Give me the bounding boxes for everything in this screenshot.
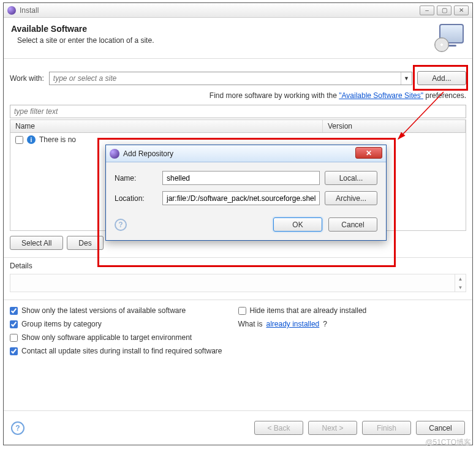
window-controls: – ▢ ✕	[420, 6, 469, 15]
separator-2	[4, 300, 472, 300]
dialog-close-button[interactable]: ✕	[355, 147, 382, 159]
eclipse-icon	[110, 149, 119, 159]
column-version[interactable]: Version	[323, 120, 466, 132]
add-repository-dialog: Add Repository ✕ Name: Local... Location…	[105, 145, 387, 241]
chevron-down-icon[interactable]: ▼	[401, 72, 412, 85]
dialog-cancel-button[interactable]: Cancel	[328, 217, 377, 232]
work-with-input[interactable]	[50, 74, 401, 83]
separator	[4, 257, 472, 258]
watermark: @51CTO博客	[425, 437, 471, 448]
opt-hide-installed[interactable]: Hide items that are already installed	[238, 306, 467, 315]
eclipse-icon	[7, 6, 16, 15]
close-window-button[interactable]: ✕	[454, 6, 469, 15]
select-all-button[interactable]: Select All	[10, 236, 63, 250]
opt-group-category[interactable]: Group items by category	[10, 320, 238, 328]
install-icon	[434, 24, 465, 51]
archive-button[interactable]: Archive...	[325, 191, 377, 205]
already-installed-line: What is already installed?	[238, 320, 467, 328]
opt-applicable-label: Show only software applicable to target …	[21, 333, 192, 342]
details-spinner[interactable]: ▲▼	[455, 274, 466, 292]
opt-hide-installed-label: Hide items that are already installed	[250, 306, 367, 315]
location-label: Location:	[115, 194, 157, 203]
work-with-row: Work with: ▼ Add...	[10, 71, 466, 85]
location-input[interactable]	[162, 191, 320, 205]
opt-applicable[interactable]: Show only software applicable to target …	[10, 333, 238, 342]
name-label: Name:	[115, 174, 157, 183]
next-button[interactable]: Next >	[308, 421, 357, 435]
options-grid: Show only the latest versions of availab…	[10, 306, 466, 355]
available-sites-link[interactable]: "Available Software Sites"	[339, 91, 423, 100]
dialog-footer: ? OK Cancel	[106, 217, 386, 240]
wizard-footer: ? < Back Next > Finish Cancel	[4, 410, 472, 445]
opt-contact-sites-checkbox[interactable]	[10, 347, 18, 355]
finish-button[interactable]: Finish	[362, 421, 411, 435]
opt-group-category-checkbox[interactable]	[10, 320, 18, 328]
opt-contact-sites-label: Contact all update sites during install …	[21, 347, 222, 355]
hint-line: Find more software by working with the "…	[10, 91, 466, 100]
add-button[interactable]: Add...	[417, 71, 466, 85]
name-input[interactable]	[162, 171, 320, 185]
details-label: Details	[10, 262, 466, 270]
dialog-title: Add Repository	[123, 149, 355, 158]
banner: Available Software Select a site or ente…	[4, 18, 472, 59]
column-name[interactable]: Name	[10, 120, 323, 132]
banner-subtitle: Select a site or enter the location of a…	[11, 36, 429, 45]
title-bar: Install – ▢ ✕	[4, 3, 472, 18]
opt-contact-sites[interactable]: Contact all update sites during install …	[10, 347, 466, 355]
dialog-title-bar: Add Repository ✕	[106, 145, 386, 162]
dialog-body: Name: Local... Location: Archive...	[106, 162, 386, 217]
already-installed-prefix: What is	[238, 320, 263, 328]
hint-prefix: Find more software by working with the	[210, 91, 339, 100]
already-installed-link[interactable]: already installed	[266, 320, 320, 328]
help-icon[interactable]: ?	[11, 421, 25, 435]
work-with-label: Work with:	[10, 74, 44, 83]
row-text: There is no	[39, 135, 76, 144]
local-button[interactable]: Local...	[325, 171, 377, 185]
work-with-combo[interactable]: ▼	[49, 72, 412, 85]
ok-button[interactable]: OK	[273, 217, 322, 232]
name-row: Name: Local...	[115, 171, 377, 185]
opt-latest-versions-checkbox[interactable]	[10, 307, 18, 315]
maximize-button[interactable]: ▢	[437, 6, 451, 15]
deselect-all-button[interactable]: Des	[67, 236, 103, 250]
hint-suffix: preferences.	[423, 91, 466, 100]
opt-hide-installed-checkbox[interactable]	[238, 307, 246, 315]
row-checkbox[interactable]	[15, 136, 23, 144]
info-icon: i	[27, 135, 36, 144]
filter-input[interactable]	[10, 105, 466, 118]
opt-group-category-label: Group items by category	[21, 320, 102, 328]
minimize-button[interactable]: –	[420, 6, 434, 15]
opt-latest-versions[interactable]: Show only the latest versions of availab…	[10, 306, 238, 315]
window-title: Install	[20, 6, 420, 15]
details-box: ▲▼	[10, 274, 466, 292]
back-button[interactable]: < Back	[254, 421, 303, 435]
location-row: Location: Archive...	[115, 191, 377, 205]
cancel-button[interactable]: Cancel	[416, 421, 465, 435]
opt-applicable-checkbox[interactable]	[10, 334, 18, 342]
opt-latest-versions-label: Show only the latest versions of availab…	[21, 306, 186, 315]
banner-title: Available Software	[11, 24, 429, 34]
dialog-help-icon[interactable]: ?	[115, 219, 127, 231]
results-table-header: Name Version	[10, 119, 466, 133]
